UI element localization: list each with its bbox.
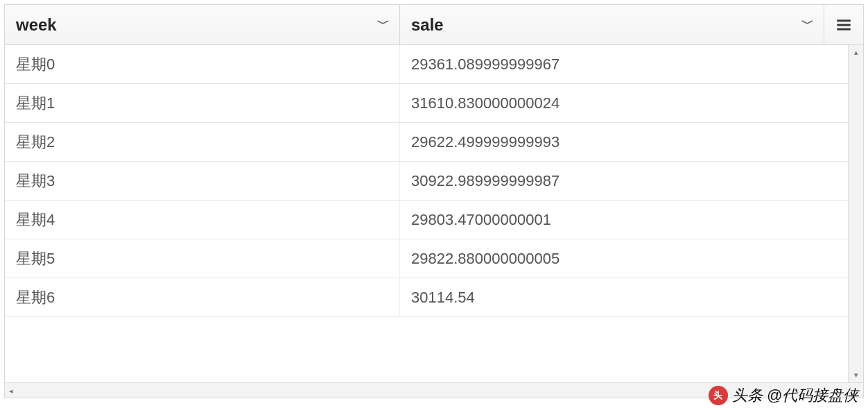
cell-week: 星期0	[5, 45, 400, 83]
hamburger-icon	[835, 16, 853, 34]
cell-sale: 29361.089999999967	[400, 45, 848, 83]
data-grid: week ﹀ sale ﹀ 星期029361.089999999967星期131…	[4, 4, 864, 398]
column-header-sale[interactable]: sale ﹀	[400, 5, 824, 44]
svg-rect-2	[837, 28, 851, 30]
column-header-label: sale	[411, 15, 444, 35]
scroll-up-icon[interactable]: ▴	[854, 48, 858, 57]
svg-rect-0	[837, 19, 851, 22]
scroll-down-icon[interactable]: ▾	[854, 371, 858, 380]
grid-menu-button[interactable]	[824, 5, 863, 44]
cell-sale: 29803.47000000001	[400, 201, 848, 239]
cell-week: 星期1	[5, 84, 400, 122]
cell-sale: 31610.830000000024	[400, 84, 848, 122]
column-header-label: week	[16, 15, 57, 35]
chevron-down-icon[interactable]: ﹀	[801, 15, 814, 31]
grid-body: 星期029361.089999999967星期131610.8300000000…	[5, 45, 863, 382]
cell-week: 星期4	[5, 201, 400, 239]
cell-week: 星期5	[5, 239, 400, 278]
cell-week: 星期3	[5, 162, 400, 200]
scroll-left-icon[interactable]: ◂	[9, 386, 13, 395]
table-row[interactable]: 星期229622.499999999993	[5, 123, 848, 162]
vertical-scrollbar[interactable]: ▴ ▾	[848, 45, 863, 382]
table-row[interactable]: 星期330922.989999999987	[5, 162, 848, 201]
column-header-week[interactable]: week ﹀	[5, 5, 400, 44]
cell-week: 星期6	[5, 278, 400, 316]
rows-container: 星期029361.089999999967星期131610.8300000000…	[5, 45, 848, 382]
table-row[interactable]: 星期029361.089999999967	[5, 45, 848, 84]
svg-rect-1	[837, 24, 851, 26]
table-row[interactable]: 星期529822.880000000005	[5, 239, 848, 278]
chevron-down-icon[interactable]: ﹀	[377, 15, 390, 31]
column-header-row: week ﹀ sale ﹀	[5, 5, 863, 45]
table-row[interactable]: 星期630114.54	[5, 278, 848, 317]
cell-sale: 29822.880000000005	[400, 239, 848, 278]
cell-sale: 30114.54	[400, 278, 848, 316]
horizontal-scrollbar[interactable]: ◂	[5, 382, 863, 398]
cell-week: 星期2	[5, 123, 400, 161]
table-row[interactable]: 星期429803.47000000001	[5, 201, 848, 239]
cell-sale: 30922.989999999987	[400, 162, 848, 200]
table-row[interactable]: 星期131610.830000000024	[5, 84, 848, 123]
cell-sale: 29622.499999999993	[400, 123, 848, 161]
